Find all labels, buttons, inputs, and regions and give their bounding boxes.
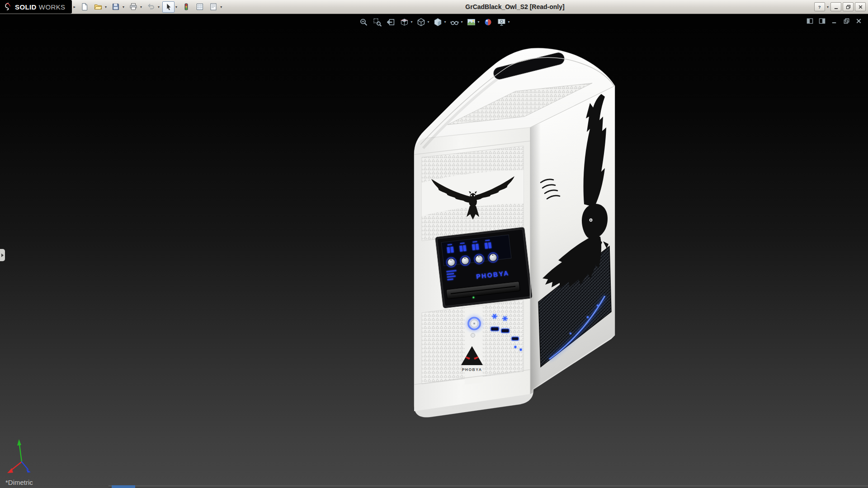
view-orientation-button[interactable] bbox=[414, 16, 427, 28]
close-button[interactable] bbox=[855, 2, 866, 11]
model-phobya-case[interactable]: PHOBYA bbox=[414, 48, 615, 417]
display-style-button-caret[interactable]: ▾ bbox=[444, 20, 446, 24]
menu-flyout-arrow[interactable]: ▸ bbox=[74, 5, 76, 9]
brand-bold: SOLID bbox=[15, 3, 37, 11]
view-settings-button[interactable] bbox=[495, 16, 508, 28]
application-window: PHOBYA bbox=[0, 0, 868, 488]
select-button[interactable] bbox=[162, 1, 175, 13]
heads-up-view-toolbar: ▾▾▾▾▾▾ bbox=[357, 16, 511, 28]
minimize-button[interactable] bbox=[830, 2, 841, 11]
new-document-button[interactable] bbox=[78, 1, 90, 13]
hide-show-items-button[interactable] bbox=[448, 16, 461, 28]
reference-triad bbox=[7, 439, 31, 473]
window-title: GrCadBlack_Owl_S2 [Read-only] bbox=[465, 3, 564, 10]
svg-text:?: ? bbox=[818, 5, 821, 9]
print-button-caret[interactable]: ▾ bbox=[140, 5, 142, 9]
status-bar-edge bbox=[108, 485, 868, 488]
solidworks-logo-mark bbox=[4, 2, 13, 11]
select-button-caret[interactable]: ▾ bbox=[175, 5, 177, 9]
save-button[interactable] bbox=[109, 1, 122, 13]
undo-button[interactable] bbox=[145, 1, 157, 13]
window-controls: ?▾ bbox=[814, 2, 866, 11]
display-style-button[interactable] bbox=[431, 16, 444, 28]
fan-controller[interactable]: PHOBYA bbox=[435, 227, 533, 308]
brand-light: WORKS bbox=[39, 3, 66, 11]
title-bar: SOLIDWORKS ▸ ▾▾▾▾▾▾ GrCadBlack_Owl_S2 [R… bbox=[0, 0, 868, 14]
front-panel[interactable]: PHOBYA bbox=[414, 127, 532, 411]
restore-button[interactable] bbox=[843, 2, 854, 11]
featuremanager-expand-tab[interactable] bbox=[0, 249, 5, 261]
zoom-to-fit-button[interactable] bbox=[357, 16, 370, 28]
solidworks-logo: SOLIDWORKS bbox=[0, 0, 72, 14]
doc-close-button[interactable] bbox=[854, 16, 863, 25]
graphics-area[interactable]: PHOBYA bbox=[0, 0, 868, 488]
section-view-button-caret[interactable]: ▾ bbox=[410, 20, 412, 24]
open-button-caret[interactable]: ▾ bbox=[105, 5, 107, 9]
save-button-caret[interactable]: ▾ bbox=[123, 5, 124, 9]
section-view-button[interactable] bbox=[397, 16, 410, 28]
print-button[interactable] bbox=[127, 1, 139, 13]
hide-show-items-button-caret[interactable]: ▾ bbox=[461, 20, 463, 24]
previous-view-button[interactable] bbox=[384, 16, 397, 28]
standard-toolbar: ▾▾▾▾▾▾ bbox=[78, 1, 223, 13]
badge-brand-text: PHOBYA bbox=[462, 367, 482, 372]
open-button[interactable] bbox=[92, 1, 104, 13]
expand-arrow-icon bbox=[1, 253, 4, 257]
apply-scene-button-caret[interactable]: ▾ bbox=[478, 20, 480, 24]
pane-split-left-button[interactable] bbox=[805, 16, 815, 25]
view-settings-button-caret[interactable]: ▾ bbox=[508, 20, 510, 24]
help-button[interactable]: ? bbox=[814, 2, 825, 11]
view-orientation-button-caret[interactable]: ▾ bbox=[427, 20, 429, 24]
edit-appearance-button[interactable] bbox=[481, 16, 495, 28]
zoom-to-area-button[interactable] bbox=[370, 16, 383, 28]
undo-button-caret[interactable]: ▾ bbox=[158, 5, 160, 9]
document-window-controls bbox=[805, 16, 863, 25]
doc-minimize-button[interactable] bbox=[829, 16, 839, 25]
doc-restore-button[interactable] bbox=[841, 16, 851, 25]
apply-scene-button[interactable] bbox=[465, 16, 478, 28]
options-button-caret[interactable]: ▾ bbox=[220, 5, 222, 9]
help-button-caret[interactable]: ▾ bbox=[827, 5, 829, 9]
status-bar-accent bbox=[112, 485, 135, 488]
view-orientation-label: *Dimetric bbox=[5, 479, 33, 486]
pane-split-right-button[interactable] bbox=[817, 16, 827, 25]
rebuild-button[interactable] bbox=[180, 1, 192, 13]
sheet-properties-button[interactable] bbox=[193, 1, 206, 13]
options-button[interactable] bbox=[207, 1, 219, 13]
reset-button bbox=[471, 333, 475, 338]
